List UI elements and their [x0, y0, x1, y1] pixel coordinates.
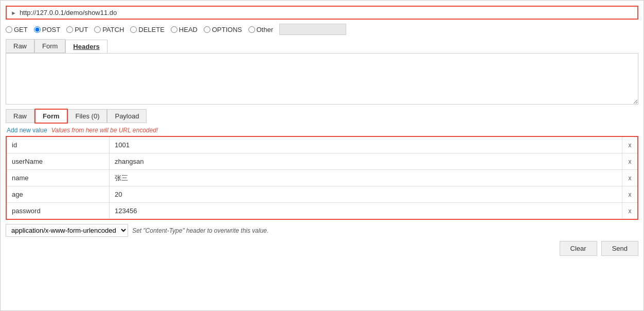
top-tabs: Raw Form Headers [6, 39, 638, 53]
bottom-tab-files[interactable]: Files (0) [68, 109, 108, 123]
main-container: ► GET POST PUT PATCH DELETE HEAD [0, 0, 644, 311]
method-head-label: HEAD [179, 26, 198, 33]
content-type-select[interactable]: application/x-www-form-urlencoded multip… [6, 224, 128, 237]
table-row: name x [7, 170, 637, 186]
method-delete-label: DELETE [138, 26, 165, 33]
method-get-label: GET [14, 26, 28, 33]
field-value-id-input[interactable] [110, 137, 622, 153]
method-other[interactable]: Other [248, 26, 274, 33]
method-put-label: PUT [75, 26, 88, 33]
radio-delete[interactable] [130, 26, 137, 33]
table-row: id x [7, 137, 637, 153]
method-put[interactable]: PUT [66, 26, 88, 33]
field-name-password: password [7, 203, 110, 219]
radio-get[interactable] [6, 26, 12, 33]
field-value-password-input[interactable] [110, 203, 622, 219]
method-delete[interactable]: DELETE [130, 26, 165, 33]
form-data-container: id x userName x name x age x [6, 136, 638, 220]
field-value-age[interactable] [110, 186, 622, 202]
delete-row-id[interactable]: x [622, 137, 637, 153]
field-name-name: name [7, 170, 110, 186]
radio-patch[interactable] [94, 26, 101, 33]
clear-button[interactable]: Clear [560, 241, 597, 256]
url-input[interactable] [20, 9, 633, 16]
request-body-textarea[interactable] [6, 53, 638, 105]
table-row: age x [7, 186, 637, 203]
bottom-tabs: Raw Form Files (0) Payload [6, 109, 638, 124]
field-name-id: id [7, 137, 110, 153]
method-options[interactable]: OPTIONS [204, 26, 242, 33]
method-row: GET POST PUT PATCH DELETE HEAD OPTIONS [6, 24, 638, 35]
delete-row-username[interactable]: x [622, 153, 637, 169]
radio-other[interactable] [248, 26, 255, 33]
url-encoded-note: Values from here will be URL encoded! [51, 127, 158, 134]
send-button[interactable]: Send [601, 241, 638, 256]
field-value-id[interactable] [110, 137, 622, 153]
add-new-value-link[interactable]: Add new value [7, 127, 47, 134]
url-arrow-icon: ► [11, 10, 16, 16]
request-body-wrapper [6, 53, 638, 105]
field-value-name[interactable] [110, 170, 622, 186]
bottom-tab-raw[interactable]: Raw [6, 109, 34, 123]
radio-head[interactable] [171, 26, 177, 33]
url-bar: ► [6, 6, 638, 20]
top-tab-headers[interactable]: Headers [65, 40, 107, 53]
delete-row-age[interactable]: x [622, 186, 637, 202]
field-name-age: age [7, 186, 110, 202]
method-patch[interactable]: PATCH [94, 26, 124, 33]
content-type-note: Set "Content-Type" header to overwrite t… [132, 227, 269, 234]
method-head[interactable]: HEAD [171, 26, 198, 33]
method-patch-label: PATCH [102, 26, 124, 33]
field-value-username-input[interactable] [110, 153, 622, 169]
delete-row-password[interactable]: x [622, 203, 637, 219]
delete-row-name[interactable]: x [622, 170, 637, 186]
radio-options[interactable] [204, 26, 210, 33]
other-method-input[interactable] [279, 24, 346, 35]
content-type-row: application/x-www-form-urlencoded multip… [6, 224, 638, 237]
top-tab-raw[interactable]: Raw [6, 39, 34, 53]
method-get[interactable]: GET [6, 26, 28, 33]
bottom-tab-payload[interactable]: Payload [107, 109, 147, 123]
action-buttons: Clear Send [6, 241, 638, 256]
field-value-name-input[interactable] [110, 170, 622, 186]
add-value-row: Add new value Values from here will be U… [6, 125, 638, 136]
bottom-tab-form[interactable]: Form [34, 109, 68, 124]
top-tab-form[interactable]: Form [34, 39, 65, 53]
radio-put[interactable] [66, 26, 73, 33]
field-value-age-input[interactable] [110, 186, 622, 202]
method-options-label: OPTIONS [212, 26, 242, 33]
method-post-label: POST [42, 26, 60, 33]
field-value-password[interactable] [110, 203, 622, 219]
field-name-username: userName [7, 153, 110, 169]
field-value-username[interactable] [110, 153, 622, 169]
table-row: password x [7, 203, 637, 219]
table-row: userName x [7, 153, 637, 170]
method-other-label: Other [257, 26, 274, 33]
method-post[interactable]: POST [34, 26, 60, 33]
radio-post[interactable] [34, 26, 41, 33]
